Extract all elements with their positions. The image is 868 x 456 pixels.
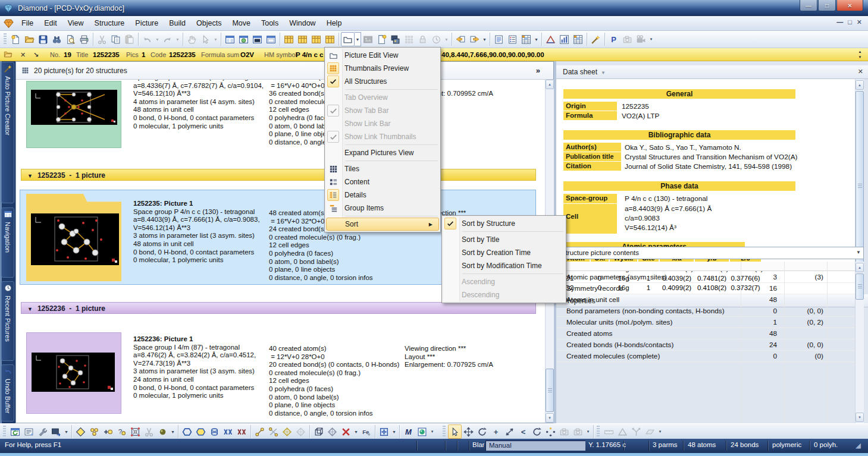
picture-list-view-button[interactable] (341, 32, 355, 46)
spinner-down-icon[interactable]: ▼ (856, 55, 864, 60)
lock-picture-button[interactable] (416, 32, 430, 46)
redo-dropdown-icon[interactable]: ▼ (174, 32, 181, 46)
find-button[interactable] (50, 32, 64, 46)
property-row[interactable]: Created molecules (complete) 0 (0) (556, 351, 855, 362)
connectivity-button[interactable] (221, 424, 235, 439)
collapse-icon[interactable]: ▼ (27, 173, 33, 179)
scrollbar-thumb[interactable] (546, 369, 554, 412)
menu-item-ascending[interactable]: Ascending (443, 275, 565, 288)
blank-view-button[interactable] (264, 32, 278, 46)
restore-button[interactable]: □ (818, 0, 836, 11)
property-row[interactable]: Atomic parameters (asym. sites) 3 (3) (556, 272, 855, 283)
wizard-button[interactable] (589, 32, 603, 46)
spinner-up-icon[interactable]: ▲ (856, 49, 864, 55)
menu-item-expand-pictures-view[interactable]: Expand Pictures View (326, 146, 439, 159)
angle-chart-button[interactable] (544, 32, 557, 46)
menu-file[interactable]: File (16, 17, 39, 30)
creator-view-button[interactable] (237, 32, 250, 46)
select-mode-button[interactable] (199, 32, 212, 46)
connectivity-broken-button[interactable] (235, 424, 249, 439)
copy-button[interactable] (109, 32, 123, 46)
update-picture-button[interactable] (8, 424, 22, 439)
polyhedra-button[interactable] (280, 424, 294, 439)
spin-button[interactable] (544, 424, 557, 439)
copy-picture-button[interactable] (388, 32, 402, 46)
menu-item-sort-by-modification-time[interactable]: Sort by Modification Time (443, 259, 565, 272)
camera-mode-button[interactable] (571, 424, 585, 439)
menu-item-content[interactable]: Content (326, 175, 439, 188)
table-down-button[interactable] (323, 32, 337, 46)
atom-info-button[interactable] (115, 424, 129, 439)
rings-button[interactable] (208, 424, 221, 439)
atom-style-button[interactable] (156, 424, 170, 439)
menu-window[interactable]: Window (284, 17, 321, 30)
group-header-1252235[interactable]: ▼1252235 - 1 picture (21, 169, 536, 181)
status-manual-field[interactable]: Manual (485, 441, 585, 451)
toolbar-grip[interactable] (443, 426, 446, 438)
child-restore-button[interactable]: □ (848, 18, 852, 26)
data-sheet-close-icon[interactable]: ✕ (858, 68, 863, 76)
powder-chart-button[interactable] (557, 32, 571, 46)
properties-scrollbar[interactable]: ▲ ▼ (855, 262, 864, 423)
menu-item-all-structures[interactable]: All Structures (326, 75, 439, 88)
add-atoms-button[interactable] (87, 424, 101, 439)
menu-item-picture-edit-view[interactable]: Picture Edit View (326, 49, 439, 62)
translate-button[interactable]: + (489, 424, 503, 439)
unit-cell-button[interactable] (312, 424, 325, 439)
picture-edit-button[interactable] (361, 32, 375, 46)
measure-distance-button[interactable] (602, 424, 616, 439)
next-picture-dropdown-icon[interactable]: ▼ (481, 32, 488, 46)
packing-dropdown-icon[interactable]: ▼ (391, 424, 397, 439)
edit-comment-button[interactable] (22, 424, 36, 439)
toolbar-grip[interactable] (3, 426, 6, 438)
property-row[interactable]: Created bonds (H-bonds/contacts) 24 (0, … (556, 339, 855, 351)
measure-overflow-icon[interactable]: ▾ (657, 424, 663, 439)
photo-button[interactable] (621, 32, 634, 46)
pan-button[interactable] (185, 32, 199, 46)
picture-thumbnail-selected[interactable] (26, 194, 121, 281)
child-minimize-button[interactable]: — (836, 18, 843, 26)
scroll-up-icon[interactable]: ▲ (546, 80, 554, 89)
undo-dropdown-icon[interactable]: ▼ (154, 32, 161, 46)
data-table-dropdown-icon[interactable]: ▼ (533, 32, 540, 46)
picture-view-button[interactable] (250, 32, 264, 46)
previous-picture-button[interactable] (454, 32, 468, 46)
menu-item-show-tab-bar[interactable]: Show Tab Bar (326, 104, 439, 117)
molecule-mode-button[interactable]: M (402, 424, 415, 439)
menu-move[interactable]: Move (227, 17, 256, 30)
sidebar-tab-navigation[interactable]: Navigation (1, 207, 14, 278)
move-overflow-icon[interactable]: ▾ (585, 424, 591, 439)
destroy-dropdown-icon[interactable]: ▼ (353, 424, 359, 439)
toolbar-overflow-icon[interactable]: ▾ (648, 32, 654, 46)
property-row[interactable]: Atoms in unit cell 48 (556, 294, 855, 306)
panel-menu-icon[interactable]: ▼ (601, 70, 606, 76)
distances-table-button[interactable] (296, 32, 309, 46)
menu-item-sort-by-title[interactable]: Sort by Title (443, 233, 565, 246)
resize-button[interactable] (503, 424, 516, 439)
datasheet-table-button[interactable] (282, 32, 296, 46)
menu-picture[interactable]: Picture (130, 17, 164, 30)
menu-item-sort-by-structure[interactable]: Sort by Structure (443, 217, 565, 230)
redo-button[interactable] (161, 32, 174, 46)
navigation-view-button[interactable] (223, 32, 237, 46)
menu-objects[interactable]: Objects (191, 17, 227, 30)
angle-view-button[interactable]: < (516, 424, 530, 439)
menu-item-thumbnails-preview[interactable]: Thumbnails Preview (326, 62, 439, 75)
menu-item-tiles[interactable]: Tiles (326, 162, 439, 175)
video-button[interactable] (634, 32, 648, 46)
save-button[interactable] (36, 32, 50, 46)
menu-item-details[interactable]: Details (326, 188, 439, 202)
group-header-1252236[interactable]: ▼1252236 - 1 picture (21, 302, 536, 314)
povray-button[interactable]: P (607, 32, 621, 46)
scroll-up-icon[interactable]: ▲ (856, 80, 864, 90)
scrollbar-thumb[interactable] (856, 273, 864, 300)
structure-bar-close-icon[interactable]: ✕ (20, 48, 26, 61)
add-single-atom-button[interactable] (101, 424, 115, 439)
build-overflow-icon[interactable]: ▾ (429, 424, 435, 439)
fe-atom-button[interactable] (359, 424, 373, 439)
property-row[interactable]: Created atoms 48 (556, 328, 855, 339)
child-close-button[interactable]: ✕ (857, 18, 862, 26)
scroll-down-icon[interactable]: ▼ (856, 413, 864, 422)
select-dropdown-icon[interactable]: ▼ (212, 32, 219, 46)
picture-thumbnail[interactable] (26, 81, 121, 148)
